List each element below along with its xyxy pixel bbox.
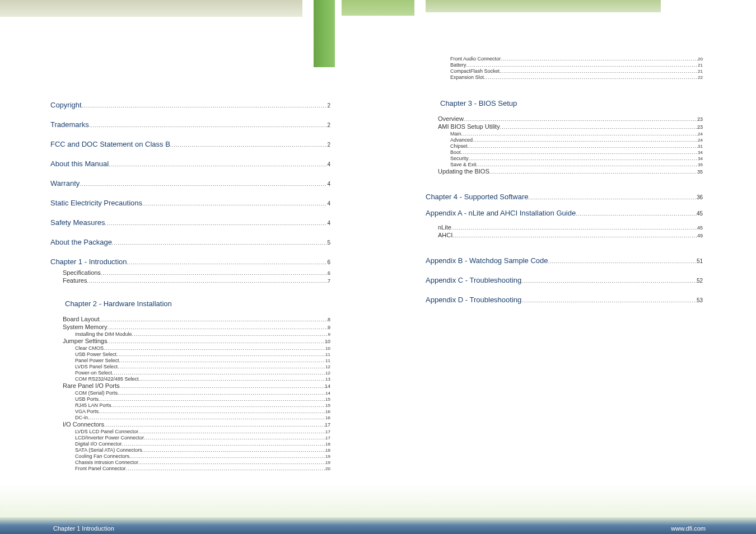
toc-label: COM RS232/422/485 Select	[75, 376, 139, 382]
toc-label: Appendix A - nLite and AHCI Installation…	[426, 209, 576, 217]
toc-page: 17	[325, 435, 330, 441]
toc-entry: About this Manual 4	[50, 160, 330, 168]
toc-label: Copyright	[50, 101, 82, 109]
toc-dots	[80, 181, 327, 187]
toc-entry: Features 7	[50, 277, 330, 284]
toc-dots	[118, 364, 325, 369]
toc-page: 34	[698, 156, 703, 161]
toc-dots	[89, 123, 328, 128]
toc-entry: Power-on Select 12	[50, 370, 330, 376]
toc-label: USB Ports	[75, 396, 99, 402]
toc-page: 6	[328, 270, 330, 276]
toc-entry: COM RS232/422/485 Select 13	[50, 376, 330, 382]
toc-label: Board Layout	[63, 316, 99, 322]
toc-page: 45	[697, 210, 703, 217]
toc-label: I/O Connectors	[63, 421, 104, 428]
toc-page: 23	[697, 116, 703, 122]
toc-label: Installing the DIM Module	[75, 331, 132, 337]
toc-dots	[107, 339, 325, 344]
toc-entry: AHCI 49	[426, 232, 703, 238]
toc-page: 49	[697, 233, 703, 238]
header-bar-left	[0, 0, 302, 17]
toc-entry: Panel Power Select 11	[50, 358, 330, 363]
toc-label: nLite	[438, 224, 451, 231]
toc-dots	[489, 169, 697, 175]
toc-label: LCD/Inverter Power Connector	[75, 435, 144, 441]
toc-page: 17	[325, 429, 330, 434]
toc-dots	[521, 298, 697, 303]
toc-label: Digital I/O Connector	[75, 441, 122, 447]
toc-page: 34	[698, 150, 703, 155]
toc-entry: Jumper Settings 10	[50, 338, 330, 344]
toc-dots	[119, 358, 326, 363]
toc-page: 4	[327, 161, 330, 167]
toc-label: Chapter 4 - Supported Software	[426, 193, 529, 201]
toc-page: 9	[328, 332, 330, 337]
toc-dots	[139, 376, 326, 382]
toc-label: Updating the BIOS	[438, 168, 489, 175]
toc-entry: Safety Measures 4	[50, 218, 330, 227]
toc-page: 20	[325, 466, 330, 471]
toc-dots	[99, 317, 328, 322]
toc-dots	[111, 402, 326, 408]
toc-dots	[451, 225, 697, 231]
toc-entry: SATA (Serial ATA) Connectors 18	[50, 447, 330, 453]
toc-dots	[469, 156, 698, 161]
footer-bar: Chapter 1 Introduction www.dfi.com	[0, 517, 756, 534]
toc-page: 9	[328, 325, 330, 330]
toc-page: 14	[325, 391, 330, 396]
toc-dots	[107, 325, 328, 330]
toc-label: Rare Panel I/O Ports	[63, 382, 120, 389]
toc-page: 12	[325, 364, 330, 369]
toc-dots	[138, 460, 325, 465]
toc-page: 36	[697, 194, 703, 200]
toc-dots	[500, 68, 698, 74]
toc-entry: Main 24	[426, 131, 703, 137]
toc-label: VGA Ports	[75, 409, 99, 414]
toc-page: 15	[325, 397, 330, 402]
toc-page: 51	[697, 258, 703, 264]
toc-page: 52	[697, 278, 703, 284]
toc-label: RJ45 LAN Ports	[75, 402, 111, 408]
toc-page: 11	[325, 352, 330, 357]
toc-dots	[104, 345, 325, 351]
toc-label: Front Panel Connector	[75, 466, 126, 471]
toc-entry: Warranty 4	[50, 179, 330, 188]
toc-entry: Expansion Slot 22	[426, 74, 703, 80]
toc-dots	[112, 240, 328, 246]
toc-page: 13	[325, 377, 330, 382]
toc-dots	[99, 396, 325, 402]
toc-label: Advanced	[450, 137, 473, 143]
toc-label: Power-on Select	[75, 370, 112, 376]
toc-label: Safety Measures	[50, 218, 105, 227]
toc-entry: Installing the DIM Module 9	[50, 331, 330, 337]
toc-dots	[501, 56, 698, 62]
toc-page: 19	[325, 460, 330, 465]
toc-entry: LCD/Inverter Power Connector 17	[50, 435, 330, 441]
toc-dots	[109, 162, 327, 167]
toc-entry: Digital I/O Connector 18	[50, 441, 330, 447]
toc-entry: AMI BIOS Setup Utility 23	[426, 123, 703, 130]
toc-entry: Chassis Intrusion Connector 19	[50, 460, 330, 465]
toc-label: DC-in	[75, 415, 88, 420]
toc-page: 22	[698, 75, 703, 80]
toc-dots	[104, 422, 325, 428]
toc-page: 53	[697, 297, 703, 303]
toc-label: Chipset	[450, 143, 468, 149]
toc-page: 18	[325, 442, 330, 447]
toc-page: 8	[328, 317, 330, 322]
toc-page: 2	[327, 102, 330, 109]
toc-entry: Clear CMOS 10	[50, 345, 330, 351]
toc-label: Appendix D - Troubleshooting	[426, 296, 521, 304]
toc-content: Copyright 2Trademarks 2FCC and DOC State…	[0, 101, 756, 512]
toc-page: 17	[325, 422, 330, 428]
toc-dots	[477, 162, 698, 167]
toc-label: Expansion Slot	[450, 74, 484, 80]
toc-entry: Front Audio Connector 20	[426, 56, 703, 62]
toc-dots	[118, 390, 325, 396]
toc-dots	[452, 233, 697, 238]
footer-right-text: www.dfi.com	[671, 525, 706, 532]
header-bar-right	[426, 0, 661, 12]
toc-label: LVDS Panel Select	[75, 364, 118, 369]
toc-page: 16	[325, 409, 330, 414]
